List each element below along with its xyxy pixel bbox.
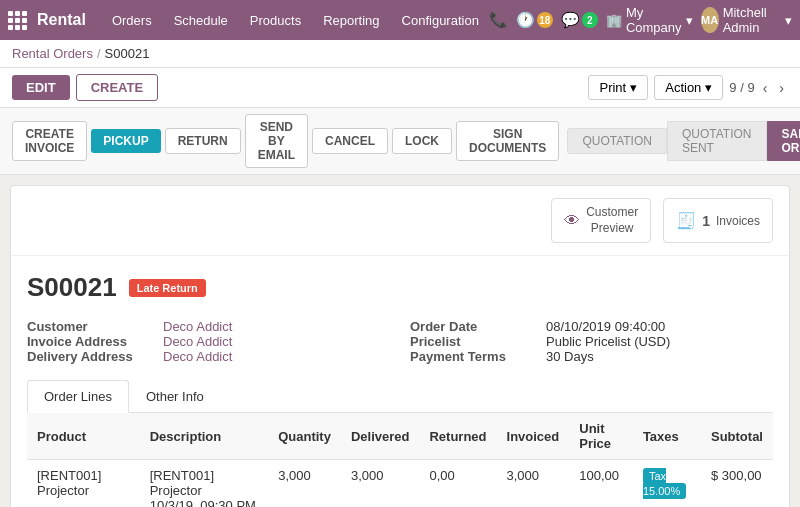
col-product: Product [27, 413, 140, 460]
phone-icon[interactable]: 📞 [489, 11, 508, 29]
order-number: S00021 [27, 272, 117, 303]
order-date-row: Order Date 08/10/2019 09:40:00 [410, 319, 773, 334]
customer-preview-button[interactable]: 👁 CustomerPreview [551, 198, 651, 243]
table-row[interactable]: [RENT001] Projector [RENT001] Projector1… [27, 460, 773, 507]
payment-terms-label: Payment Terms [410, 349, 540, 364]
invoice-address-label: Invoice Address [27, 334, 157, 349]
tax-badge: Tax 15.00% [643, 468, 686, 499]
tab-order-lines[interactable]: Order Lines [27, 380, 129, 413]
payment-terms-row: Payment Terms 30 Days [410, 349, 773, 364]
order-date-label: Order Date [410, 319, 540, 334]
nav-products[interactable]: Products [240, 9, 311, 32]
pricelist-row: Pricelist Public Pricelist (USD) [410, 334, 773, 349]
pickup-button[interactable]: PICKUP [91, 129, 160, 153]
stage-sales-order[interactable]: SALES ORDER [767, 121, 801, 161]
order-lines-table: Product Description Quantity Delivered R… [27, 413, 773, 507]
order-form: Customer Deco Addict Invoice Address Dec… [27, 319, 773, 364]
invoice-label: Invoices [716, 214, 760, 228]
col-taxes: Taxes [633, 413, 701, 460]
print-button[interactable]: Print ▾ [588, 75, 648, 100]
payment-terms-value: 30 Days [546, 349, 594, 364]
message-badge: 2 [582, 12, 598, 28]
activity-icon[interactable]: 🕐 18 [516, 11, 553, 29]
return-button[interactable]: RETURN [165, 128, 241, 154]
status-bar: CREATE INVOICE PICKUP RETURN SEND BY EMA… [0, 108, 800, 175]
user-menu[interactable]: MA Mitchell Admin ▾ [701, 5, 792, 35]
action-bar: EDIT CREATE Print ▾ Action ▾ 9 / 9 ‹ › [0, 68, 800, 108]
grid-icon [8, 11, 27, 30]
delivery-address-label: Delivery Address [27, 349, 157, 364]
send-email-button[interactable]: SEND BY EMAIL [245, 114, 308, 168]
cell-unit-price: 100,00 [569, 460, 633, 507]
company-selector[interactable]: 🏢 My Company ▾ [606, 5, 693, 35]
card-actions: 👁 CustomerPreview 🧾 1 Invoices [551, 198, 773, 243]
message-icon[interactable]: 💬 2 [561, 11, 598, 29]
form-area: S00021 Late Return Customer Deco Addict … [11, 256, 789, 507]
order-date-value: 08/10/2019 09:40:00 [546, 319, 665, 334]
nav-orders[interactable]: Orders [102, 9, 162, 32]
cell-subtotal: $ 300,00 [701, 460, 773, 507]
nav-reporting[interactable]: Reporting [313, 9, 389, 32]
order-number-row: S00021 Late Return [27, 272, 773, 303]
col-subtotal: Subtotal [701, 413, 773, 460]
stage-quotation[interactable]: QUOTATION [567, 128, 667, 154]
cell-taxes: Tax 15.00% [633, 460, 701, 507]
cancel-button[interactable]: CANCEL [312, 128, 388, 154]
col-quantity: Quantity [268, 413, 341, 460]
card-header: 👁 CustomerPreview 🧾 1 Invoices [11, 186, 789, 256]
action-button[interactable]: Action ▾ [654, 75, 723, 100]
pricelist-value: Public Pricelist (USD) [546, 334, 670, 349]
pricelist-label: Pricelist [410, 334, 540, 349]
cell-product: [RENT001] Projector [27, 460, 140, 507]
lock-button[interactable]: LOCK [392, 128, 452, 154]
late-return-badge: Late Return [129, 279, 206, 297]
main-content: 👁 CustomerPreview 🧾 1 Invoices S00021 La… [10, 185, 790, 507]
customer-label: Customer [27, 319, 157, 334]
pager: 9 / 9 ‹ › [729, 78, 788, 98]
preview-icon: 👁 [564, 212, 580, 230]
breadcrumb: Rental Orders / S00021 [0, 40, 800, 68]
tabs: Order Lines Other Info [27, 380, 773, 413]
sign-documents-button[interactable]: SIGN DOCUMENTS [456, 121, 559, 161]
breadcrumb-separator: / [97, 46, 101, 61]
pipeline-stages: QUOTATION QUOTATION SENT SALES ORDER [567, 121, 800, 161]
breadcrumb-current: S00021 [105, 46, 150, 61]
cell-description: [RENT001] Projector10/3/19, 09:30 PM to … [140, 460, 269, 507]
tab-other-info[interactable]: Other Info [129, 380, 221, 412]
nav-right: 📞 🕐 18 💬 2 🏢 My Company ▾ MA Mitchell Ad… [489, 5, 792, 35]
invoice-address-row: Invoice Address Deco Addict [27, 334, 390, 349]
table-header-row: Product Description Quantity Delivered R… [27, 413, 773, 460]
cell-quantity: 3,000 [268, 460, 341, 507]
cell-delivered: 3,000 [341, 460, 420, 507]
invoice-address-value[interactable]: Deco Addict [163, 334, 232, 349]
edit-button[interactable]: EDIT [12, 75, 70, 100]
customer-value[interactable]: Deco Addict [163, 319, 232, 334]
col-delivered: Delivered [341, 413, 420, 460]
col-invoiced: Invoiced [497, 413, 570, 460]
nav-menu: Orders Schedule Products Reporting Confi… [102, 9, 489, 32]
pager-prev[interactable]: ‹ [759, 78, 772, 98]
col-unit-price: Unit Price [569, 413, 633, 460]
cell-returned: 0,00 [419, 460, 496, 507]
invoice-count: 1 [702, 213, 710, 229]
user-avatar: MA [701, 7, 719, 33]
cell-invoiced: 3,000 [497, 460, 570, 507]
top-navigation: Rental Orders Schedule Products Reportin… [0, 0, 800, 40]
col-description: Description [140, 413, 269, 460]
pager-next[interactable]: › [775, 78, 788, 98]
breadcrumb-parent[interactable]: Rental Orders [12, 46, 93, 61]
create-invoice-button[interactable]: CREATE INVOICE [12, 121, 87, 161]
create-button[interactable]: CREATE [76, 74, 158, 101]
delivery-address-row: Delivery Address Deco Addict [27, 349, 390, 364]
delivery-address-value[interactable]: Deco Addict [163, 349, 232, 364]
customer-row: Customer Deco Addict [27, 319, 390, 334]
activity-badge: 18 [537, 12, 553, 28]
stage-quotation-sent[interactable]: QUOTATION SENT [667, 121, 767, 161]
invoices-button[interactable]: 🧾 1 Invoices [663, 198, 773, 243]
nav-schedule[interactable]: Schedule [164, 9, 238, 32]
col-returned: Returned [419, 413, 496, 460]
nav-configuration[interactable]: Configuration [392, 9, 489, 32]
invoice-icon: 🧾 [676, 211, 696, 230]
app-logo[interactable]: Rental [8, 11, 86, 30]
